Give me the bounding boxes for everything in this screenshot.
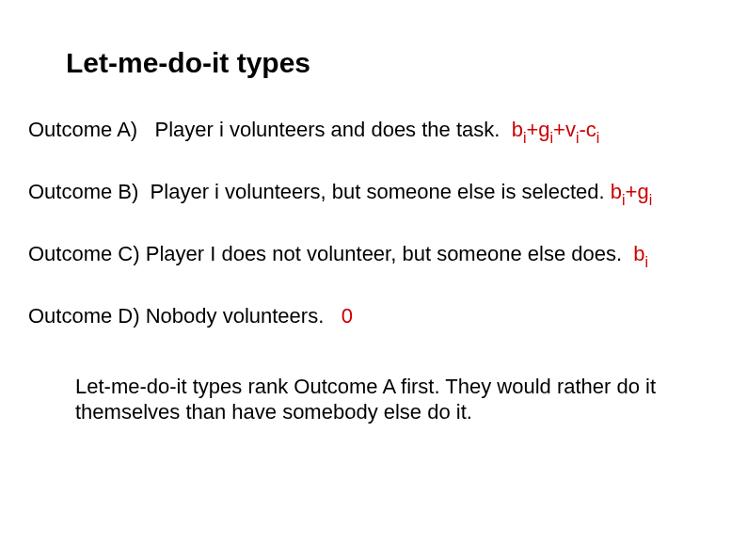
outcome-b: Outcome B) Player i volunteers, but some… bbox=[28, 179, 719, 209]
outcome-d: Outcome D) Nobody volunteers. 0 bbox=[28, 303, 719, 330]
slide: Let-me-do-it types Outcome A) Player i v… bbox=[0, 0, 747, 454]
slide-title: Let-me-do-it types bbox=[66, 47, 719, 79]
outcome-a: Outcome A) Player i volunteers and does … bbox=[28, 117, 719, 147]
outcome-c: Outcome C) Player I does not volunteer, … bbox=[28, 241, 719, 271]
outcome-d-label: Outcome D) bbox=[28, 304, 140, 328]
outcome-c-label: Outcome C) bbox=[28, 242, 140, 265]
outcome-c-text: Player I does not volunteer, but someone… bbox=[146, 242, 622, 265]
outcome-d-payoff: 0 bbox=[342, 304, 353, 328]
outcome-d-text: Nobody volunteers. bbox=[146, 304, 325, 328]
outcome-b-payoff: bi+gi bbox=[611, 180, 652, 203]
outcome-c-payoff: bi bbox=[633, 242, 648, 265]
outcome-a-payoff: bi+gi+vi-ci bbox=[512, 118, 600, 141]
footer-text: Let-me-do-it types rank Outcome A first.… bbox=[75, 374, 677, 425]
outcome-a-text: Player i volunteers and does the task. bbox=[155, 118, 501, 141]
outcome-b-label: Outcome B) bbox=[28, 180, 138, 203]
outcome-b-text: Player i volunteers, but someone else is… bbox=[151, 180, 605, 203]
outcome-a-label: Outcome A) bbox=[28, 118, 137, 141]
